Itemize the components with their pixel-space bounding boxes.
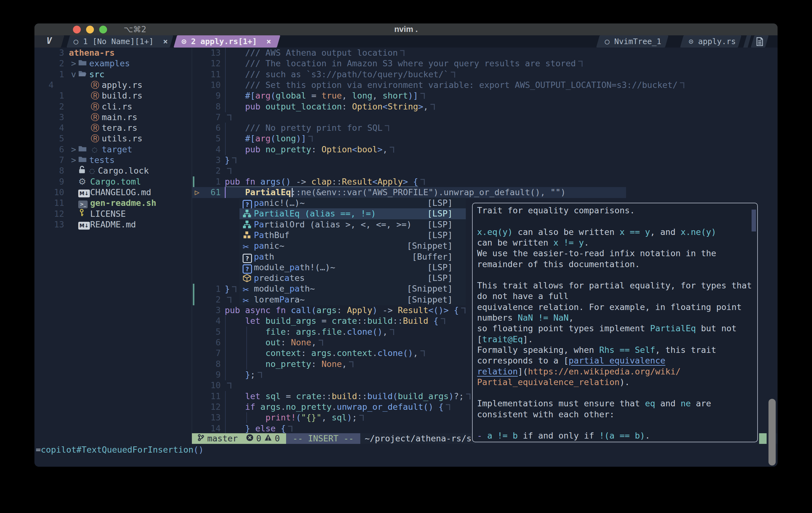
- code-token: > {: [403, 177, 418, 186]
- code-token: args: [317, 305, 337, 315]
- macos-scrollbar-thumb[interactable]: [768, 399, 776, 465]
- code-token: (: [270, 91, 276, 100]
- code-line[interactable]: 13 /// AWS Athena output location: [34, 48, 778, 59]
- code-token: sql: [331, 413, 347, 422]
- tab-1[interactable]: ○ 1 [No Name][1+] ×: [74, 35, 168, 48]
- code-line[interactable]: 5 #[arg(long)]: [34, 133, 778, 144]
- statusline-git-segment: master 0 0: [192, 433, 286, 444]
- right-tab-applyrs[interactable]: ⊙ apply.rs: [689, 35, 736, 48]
- completion-item[interactable]: PartialOrd (alias >, <, <=, >=)[LSP]: [239, 219, 466, 230]
- tab-2-icon: ⊙: [181, 37, 186, 46]
- completion-item[interactable]: ✂loremPara~[Snippet]: [239, 294, 466, 305]
- code-text: let build_args = crate::build::Build {: [225, 315, 445, 326]
- code-token: [225, 145, 245, 154]
- completion-label-segment: Pa: [254, 230, 264, 240]
- line-number: 61: [200, 187, 221, 198]
- documentation-float: Trait for equality comparisons.x.eq(y) c…: [472, 203, 758, 442]
- code-line[interactable]: 10 /// Set this option via environment v…: [34, 80, 778, 91]
- completion-label: PartialOrd (alias >, <, <=, >=): [254, 219, 412, 230]
- completion-item[interactable]: PathBuf[LSP]: [239, 230, 466, 241]
- code-token: )]: [408, 91, 418, 100]
- doc-text: x.ne(y): [680, 227, 716, 237]
- code-text: let sql = crate::build::build(build_args…: [225, 391, 470, 402]
- line-number: 9: [200, 90, 221, 101]
- completion-item[interactable]: predicates[LSP]: [239, 273, 466, 284]
- doc-text: but not: [696, 324, 736, 333]
- code-token: global: [276, 91, 307, 100]
- line-number: 13: [200, 412, 221, 423]
- code-line[interactable]: 2: [34, 165, 778, 176]
- nvimtree-tab-label: NvimTree_1: [614, 37, 661, 46]
- git-change-sign: [193, 294, 194, 305]
- doc-line: [477, 420, 753, 431]
- window-titlebar[interactable]: ⌥⌘2 nvim .: [34, 24, 778, 36]
- window-separator[interactable]: [192, 48, 192, 444]
- completion-label: PathBuf: [254, 230, 290, 241]
- completion-label-segment: pa: [290, 284, 300, 294]
- code-line[interactable]: 9 #[arg(global = true, long, short)]: [34, 90, 778, 101]
- eol-marker: [232, 286, 236, 292]
- completion-item[interactable]: ?path[Buffer]: [239, 251, 466, 263]
- code-token: ,: [342, 91, 352, 100]
- code-token: :: [337, 305, 347, 315]
- code-token: ,: [413, 348, 418, 358]
- doc-line: Formally speaking, when Rhs == Self, thi…: [477, 345, 753, 356]
- command-line[interactable]: =copilot#TextQueuedForInsertion(): [36, 444, 203, 456]
- completion-menu[interactable]: ?panic!(…)~[LSP]PartialEq (alias ==, !=)…: [239, 198, 466, 305]
- eol-marker: [232, 157, 236, 163]
- document-icon: [756, 37, 764, 47]
- code-text: /// The location in Amazon S3 where your…: [225, 58, 583, 69]
- text-cursor: [292, 188, 293, 197]
- code-line[interactable]: 7: [34, 112, 778, 123]
- eol-marker: [461, 307, 465, 313]
- code-token: ,: [423, 102, 428, 111]
- completion-item[interactable]: ?module_path!(…)~[LSP]: [239, 262, 466, 273]
- code-token: ,: [311, 337, 316, 347]
- eol-marker: [420, 179, 425, 185]
- line-number: 14: [200, 423, 221, 434]
- completion-item[interactable]: PartialEq (alias ==, !=)[LSP]: [239, 208, 466, 219]
- code-line[interactable]: ▷61 PartialEq::ne(&env::var("AWS_PROFILE…: [34, 187, 778, 198]
- doc-text: Rhs == Self: [599, 345, 655, 355]
- git-change-sign: [193, 284, 194, 295]
- code-line[interactable]: 3}: [34, 155, 778, 166]
- code-token: [225, 424, 245, 433]
- doc-text: trait@Eq: [482, 334, 523, 344]
- code-line[interactable]: 1pub fn args() -> clap::Result<Apply> {: [34, 176, 778, 187]
- right-tab-nvimtree[interactable]: ○ NvimTree_1: [605, 35, 661, 48]
- completion-label-segment: tes: [290, 273, 305, 283]
- code-line[interactable]: 8 pub output_location: Option<String>,: [34, 101, 778, 112]
- completion-source-badge: [Buffer]: [412, 251, 453, 262]
- completion-item[interactable]: ?panic!(…)~[LSP]: [239, 198, 466, 209]
- tab-2[interactable]: ⊙ 2 apply.rs[1+] ×: [181, 35, 271, 48]
- code-token: ::: [393, 316, 403, 326]
- completion-label-segment: pa: [254, 241, 264, 250]
- code-token: :: [342, 102, 352, 111]
- code-token: ,: [382, 145, 387, 154]
- tree-item-label: LICENSE: [90, 209, 126, 219]
- completion-item[interactable]: ✂module_path~[Snippet]: [239, 283, 466, 294]
- code-line[interactable]: 6 /// No pretty print for SQL: [34, 123, 778, 133]
- code-text: file: args.file.clone(),: [225, 327, 394, 337]
- code-token: pub: [245, 102, 260, 111]
- doc-text: ].: [523, 334, 533, 344]
- code-text: /// AWS Athena output location: [225, 48, 404, 58]
- doc-text: x != y: [553, 238, 584, 247]
- completion-item[interactable]: ✂panic~[Snippet]: [239, 241, 466, 251]
- tab-1-close-icon[interactable]: ×: [163, 37, 168, 46]
- doc-text: This trait allows for partial equality, …: [477, 280, 752, 290]
- completion-source-badge: [LSP]: [427, 273, 453, 283]
- code-token: ;: [250, 370, 255, 380]
- code-line[interactable]: 11 /// such as `s3://path/to/query/bucke…: [34, 69, 778, 80]
- tab-2-close-icon[interactable]: ×: [266, 37, 271, 46]
- code-line[interactable]: 4 pub no_pretty: Option<bool>,: [34, 144, 778, 155]
- code-token: None: [291, 337, 311, 347]
- code-token: [225, 413, 265, 422]
- code-line[interactable]: 12 /// The location in Amazon S3 where y…: [34, 58, 778, 69]
- doc-text: !(a == b): [599, 431, 645, 441]
- doc-text: and: [655, 398, 680, 408]
- code-text: }: [225, 155, 236, 165]
- doc-text: are: [691, 398, 711, 408]
- line-number: 6: [200, 337, 221, 348]
- doc-line: remainder of this documentation.: [477, 259, 753, 270]
